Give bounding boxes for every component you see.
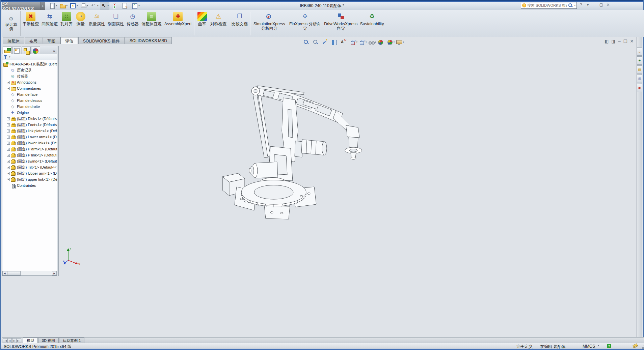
open-button[interactable]: ▾ (59, 2, 69, 9)
new-document-button[interactable]: ▾ (48, 2, 58, 9)
driveworksxpress-wizard-button[interactable]: DriveWorksXpress 向导 (323, 11, 359, 37)
propertymanager-tab[interactable] (12, 47, 21, 54)
section-view-button[interactable]: ▾ (330, 38, 340, 46)
view-settings-button[interactable]: ▾ (395, 38, 404, 46)
hide-show-items-button[interactable]: ▾ (368, 38, 377, 46)
doc-close-button[interactable]: ✕ (630, 39, 634, 44)
help-dropdown[interactable]: ▾ (586, 2, 590, 7)
tree-filter-bar[interactable]: ▾ (2, 54, 57, 60)
previous-view-button[interactable]: ▾ (321, 38, 330, 46)
tab-layout[interactable]: 布局 (25, 37, 42, 44)
featuremanager-tree-tab[interactable] (3, 47, 12, 54)
compare-documents-button[interactable]: ❐ 比较文档 (230, 11, 249, 37)
interference-check-button[interactable]: ✖ 干涉检查 (21, 11, 40, 37)
curvature-button[interactable]: 曲率 (195, 11, 209, 37)
clearance-verification-button[interactable]: ⇆ 间隙验证 (40, 11, 59, 37)
tab-mbd[interactable]: SOLIDWORKS MBD (125, 37, 172, 44)
tree-item[interactable]: + 历史记录 (6, 67, 57, 73)
close-button[interactable]: ✕ (606, 2, 610, 7)
tree-item[interactable]: + (固定) swing<1> (Défaut< (6, 158, 57, 164)
apply-scene-button[interactable]: ▾ (386, 38, 395, 46)
tab-scroll-icon[interactable]: ▶ (12, 338, 17, 343)
tree-item[interactable]: + 传感器 (6, 73, 57, 79)
model-tab[interactable]: 模型 (23, 338, 38, 343)
options-button[interactable]: ▾ (131, 2, 140, 9)
tree-item[interactable]: + (固定) P link<1> (Défaut< (6, 152, 57, 158)
tab-scroll-icon[interactable]: ❘◀ (3, 338, 7, 343)
symmetry-check-button[interactable]: ⚠ 对称检查 (209, 11, 228, 37)
doc-restore-button[interactable]: ❏ (623, 39, 627, 44)
assemblyxpert-button[interactable]: ✚ AssemblyXpert (163, 11, 193, 37)
simulationxpress-wizard-button[interactable]: ➶ SimulationXpress 分析向导 (251, 11, 287, 37)
zoom-to-area-button[interactable]: ▾ (312, 38, 321, 46)
solidworks-resources-tab[interactable]: ⌂ (637, 47, 642, 56)
appearances-tab[interactable]: ◉ (637, 84, 642, 92)
tree-item[interactable]: + Contraintes (6, 182, 57, 188)
section-properties-button[interactable]: ❏ 剖面属性 (106, 11, 125, 37)
assembly-visualization-button[interactable]: ≣ 装配体直观 (140, 11, 163, 37)
search-dropdown-icon[interactable]: ▾ (574, 4, 575, 7)
view-palette-tab[interactable]: ⊞ (637, 75, 642, 83)
split-pane-left-button[interactable]: ◧ (605, 39, 609, 44)
file-explorer-tab[interactable]: ▤ (637, 65, 642, 74)
tree-item[interactable]: + (固定) lower link<1> (Déf (6, 140, 57, 146)
configurationmanager-tab[interactable] (22, 47, 31, 54)
scroll-right-icon[interactable]: ▶ (52, 271, 57, 275)
tree-item[interactable]: + Plan de dessus (6, 97, 57, 104)
help-button[interactable]: ? (579, 2, 583, 7)
tree-item[interactable]: + Annotations (6, 79, 57, 85)
motion-study-tab[interactable]: 运动算例 1 (59, 338, 84, 343)
hole-alignment-button[interactable]: ∷ 孔对齐 (59, 11, 74, 37)
tab-scroll-icon[interactable]: ▶❘ (17, 338, 21, 343)
print-button[interactable]: ▾ (79, 2, 89, 9)
save-button[interactable]: ▾ (69, 2, 79, 9)
quick-tips-icon[interactable]: ? (607, 344, 611, 348)
file-properties-button[interactable]: ▾ (120, 2, 130, 9)
help-search-input[interactable] (527, 3, 567, 7)
tree-item[interactable]: + (固定) Lower arm<1> (Dé (6, 134, 57, 140)
design-library-tab[interactable]: ✦ (637, 56, 642, 65)
sensors-button[interactable]: ◷ 传感器 (125, 11, 140, 37)
panel-splitter[interactable] (57, 46, 59, 276)
tree-item[interactable]: + Origine (6, 110, 57, 116)
select-tool-button[interactable]: ▾ (100, 2, 110, 9)
help-search-box[interactable]: ? ▾ (521, 2, 577, 9)
3d-drawing-view-button[interactable]: ▾ (340, 38, 349, 46)
mass-properties-button[interactable]: ⚖ 质量属性 (87, 11, 106, 37)
design-study-button[interactable]: ⚙ 设计算例 (3, 11, 21, 36)
doc-minimize-button[interactable]: – (618, 39, 621, 44)
panel-tabs-overflow[interactable]: » (52, 49, 56, 54)
minimize-button[interactable]: – (592, 2, 597, 7)
filter-dropdown-icon[interactable]: ▾ (9, 56, 10, 58)
panel-horizontal-scrollbar[interactable]: ◀ ▶ (2, 271, 57, 275)
tab-sketch[interactable]: 草图 (43, 37, 60, 44)
display-style-button[interactable]: ▾ (358, 38, 367, 46)
tree-item[interactable]: + (固定) P arm<1> (Défaut< (6, 146, 57, 152)
units-dropdown-icon[interactable]: ▴ (598, 344, 599, 347)
logo-menu-arrow-icon[interactable]: ▸ (41, 2, 45, 10)
tree-item[interactable]: + Commentaires (6, 85, 57, 91)
3d-views-tab[interactable]: 3D 视图 (38, 338, 59, 343)
robot-assembly-model[interactable] (217, 80, 372, 225)
view-orientation-button[interactable]: ▾ (349, 38, 358, 46)
tree-root-item[interactable]: IRB460-240-110装配体 (Défa (3, 61, 57, 67)
tree-item[interactable]: + (固定) Disk<1> (Défaut< (6, 116, 57, 122)
tree-item[interactable]: + (固定) upper link<1> (Dé (6, 176, 57, 182)
edit-appearance-button[interactable]: ▾ (377, 38, 386, 46)
resize-grip[interactable] (640, 345, 644, 349)
rebuild-button[interactable]: ▾ (110, 2, 120, 9)
tree-item[interactable]: + (固定) link plate<1> (Défa (6, 128, 57, 134)
tab-evaluate[interactable]: 评估 (60, 37, 78, 44)
tree-item[interactable]: + (固定) Foot<1> (Défaut< (6, 122, 57, 128)
search-icon[interactable] (568, 3, 573, 8)
zoom-to-fit-button[interactable]: ▾ (302, 38, 312, 46)
floxpress-wizard-button[interactable]: ✣ FloXpress 分析向导 (287, 11, 323, 37)
tab-addins[interactable]: SOLIDWORKS 插件 (78, 37, 125, 44)
tree-item[interactable]: + Plan de droite (6, 104, 57, 110)
tree-item[interactable]: + Plan de face (6, 91, 57, 97)
split-pane-right-button[interactable]: ◨ (611, 39, 615, 44)
scrollbar-thumb[interactable] (7, 271, 21, 275)
units-selector[interactable]: MMGS (583, 344, 595, 349)
tab-scroll-icon[interactable]: ◀ (7, 338, 12, 343)
scroll-left-icon[interactable]: ◀ (2, 271, 7, 275)
